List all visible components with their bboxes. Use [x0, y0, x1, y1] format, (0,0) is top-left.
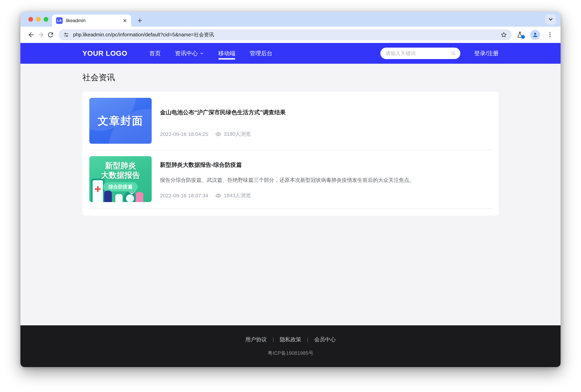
- footer-links: 用户协议 | 隐私政策 | 会员中心: [245, 336, 336, 343]
- chevron-down-icon: [548, 16, 554, 22]
- menu-item-admin[interactable]: 管理后台: [243, 43, 280, 64]
- article-cover-image[interactable]: 文章封面: [89, 98, 152, 144]
- reload-button[interactable]: [46, 30, 55, 40]
- toolbar-right: [516, 30, 555, 40]
- menu-item-home[interactable]: 首页: [142, 43, 168, 64]
- chevron-down-icon: [200, 51, 204, 56]
- article-date: 2022-09-16 18:07:34: [160, 193, 208, 198]
- bookmark-star-icon[interactable]: [500, 31, 507, 38]
- article-date: 2022-09-16 18:04:25: [160, 131, 208, 137]
- site-header: YOUR LOGO 首页 资讯中心 移动端: [20, 43, 561, 64]
- tab-title: likeadmin: [66, 18, 120, 23]
- tab-search-button[interactable]: [545, 14, 556, 25]
- article-title[interactable]: 新型肺炎大数据报告-综合防疫篇: [160, 161, 492, 169]
- search-input[interactable]: [386, 50, 451, 56]
- footer-link-privacy-policy[interactable]: 隐私政策: [280, 336, 301, 343]
- notification-dot: [521, 35, 525, 39]
- person-icon: [532, 31, 539, 38]
- zoom-window-button[interactable]: [44, 17, 48, 22]
- article-title[interactable]: 金山电池公布“沪广深市民绿色生活方式”调查结果: [160, 108, 492, 116]
- menu-label: 资讯中心: [175, 50, 198, 57]
- search-icon[interactable]: [451, 50, 456, 56]
- cover-illustration-watch: [123, 192, 137, 202]
- page-content: 社会资讯 文章封面 金山电池公布“沪广深市民绿色生活方式”调查结果 2022-0…: [20, 64, 561, 325]
- site-search-box[interactable]: [380, 48, 460, 59]
- url-text[interactable]: php.likeadmin.cn/pc/information/default?…: [73, 31, 497, 38]
- article-cover-image[interactable]: 新型肺炎 大数据报告 综合防疫篇: [89, 156, 152, 202]
- footer-separator: |: [273, 337, 274, 342]
- address-bar[interactable]: php.likeadmin.cn/pc/information/default?…: [58, 29, 512, 40]
- icp-record-number[interactable]: 粤ICP备19081985号: [268, 350, 313, 357]
- menu-item-news-center[interactable]: 资讯中心: [168, 43, 211, 64]
- cover-badge: 综合防疫篇: [103, 182, 138, 192]
- views-eye-icon: [215, 192, 221, 199]
- article-views: 3180人浏览: [224, 130, 251, 138]
- minimize-window-button[interactable]: [36, 17, 41, 22]
- cover-text: 文章封面: [98, 114, 143, 128]
- new-tab-button[interactable]: +: [137, 15, 142, 26]
- menu-label: 移动端: [218, 50, 235, 57]
- forward-icon: [37, 31, 45, 38]
- window-controls: [28, 17, 48, 22]
- main-menu: 首页 资讯中心 移动端 管理后台: [142, 43, 280, 64]
- menu-item-mobile[interactable]: 移动端: [211, 43, 243, 64]
- menu-label: 首页: [149, 50, 161, 57]
- cover-illustration-red-cross: [95, 186, 101, 192]
- tab-favicon: LA: [56, 17, 63, 24]
- browser-tab[interactable]: LA likeadmin ✕: [52, 14, 131, 27]
- site-logo[interactable]: YOUR LOGO: [82, 49, 127, 58]
- close-window-button[interactable]: [28, 17, 33, 22]
- article-meta: 2022-09-16 18:04:25 3180人浏览: [160, 130, 492, 138]
- article-description: 报告分综合防疫篇、武汉篇、拒绝野味篇三个部分，还原本次新型冠状病毒肺炎疫情发生前…: [160, 176, 492, 184]
- browser-toolbar: php.likeadmin.cn/pc/information/default?…: [20, 27, 561, 43]
- tab-strip: LA likeadmin ✕ +: [20, 12, 561, 27]
- article-list-card: 文章封面 金山电池公布“沪广深市民绿色生活方式”调查结果 2022-09-16 …: [82, 92, 499, 216]
- login-register-link[interactable]: 登录/注册: [474, 50, 499, 57]
- site-settings-icon[interactable]: [63, 32, 69, 38]
- cover-illustration-person: [104, 191, 112, 202]
- forward-button[interactable]: [36, 30, 46, 40]
- cover-text-line1: 新型肺炎: [105, 161, 136, 170]
- site-footer: 用户协议 | 隐私政策 | 会员中心 粤ICP备19081985号: [20, 325, 561, 367]
- page-title: 社会资讯: [82, 72, 499, 83]
- cover-text-line2: 大数据报告: [101, 170, 140, 180]
- browser-window: LA likeadmin ✕ +: [20, 12, 561, 367]
- active-underline: [218, 58, 235, 60]
- cover-illustration-person: [115, 194, 122, 202]
- footer-link-member-center[interactable]: 会员中心: [314, 336, 336, 343]
- article-meta: 2022-09-16 18:07:34 1843人浏览: [160, 192, 492, 199]
- experiments-button[interactable]: [516, 31, 524, 38]
- menu-label: 管理后台: [250, 50, 272, 57]
- tab-close-icon[interactable]: ✕: [123, 18, 127, 24]
- article-row[interactable]: 文章封面 金山电池公布“沪广深市民绿色生活方式”调查结果 2022-09-16 …: [89, 98, 492, 150]
- menu-kebab-icon[interactable]: [547, 32, 553, 38]
- profile-avatar[interactable]: [530, 30, 540, 40]
- views-eye-icon: [215, 131, 221, 137]
- back-icon: [27, 31, 35, 38]
- footer-separator: |: [307, 337, 308, 342]
- article-views: 1843人浏览: [224, 192, 251, 199]
- back-button[interactable]: [26, 30, 36, 40]
- footer-link-user-agreement[interactable]: 用户协议: [245, 336, 267, 343]
- reload-icon: [47, 31, 54, 38]
- article-row[interactable]: 新型肺炎 大数据报告 综合防疫篇 新型肺炎大数据报告-综合防疫篇 报告分综合防: [89, 150, 492, 209]
- cover-illustration-person: [136, 192, 143, 202]
